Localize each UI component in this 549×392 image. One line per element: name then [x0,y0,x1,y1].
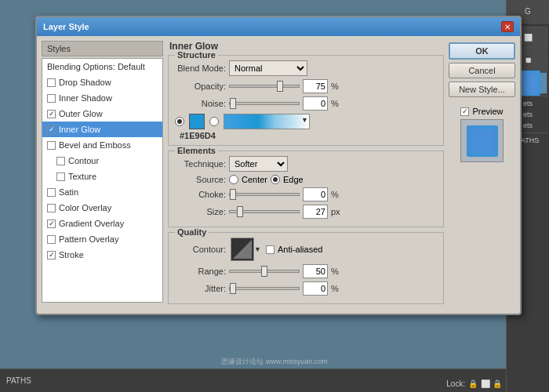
style-item-color-overlay[interactable]: Color Overlay [42,200,162,216]
range-input[interactable] [303,264,328,278]
style-item-bevel-emboss[interactable]: Bevel and Emboss [42,137,162,153]
dialog-title: Layer Style [43,22,89,31]
style-item-outer-glow[interactable]: Outer Glow [42,106,162,122]
new-style-button[interactable]: New Style... [449,82,515,97]
lock-label: Lock: [446,379,465,388]
inner-glow-checkbox[interactable] [47,125,56,134]
color-radio[interactable] [175,117,184,126]
gradient-bar[interactable]: ▼ [224,114,310,129]
drop-shadow-checkbox[interactable] [47,78,56,87]
gradient-overlay-label: Gradient Overlay [59,219,124,228]
lock-row: Lock: 🔒 ⬜ 🔒 [446,379,502,388]
ok-button[interactable]: OK [449,42,515,60]
gradient-radio[interactable] [209,117,219,126]
texture-label: Texture [68,172,96,181]
preview-checkbox[interactable] [460,107,469,116]
technique-row: Technique: Softer Precise [175,156,437,172]
pattern-overlay-checkbox[interactable] [47,235,56,244]
choke-slider[interactable] [229,193,300,196]
outer-glow-checkbox[interactable] [47,110,56,118]
styles-panel: Styles Blending Options: Default Drop Sh… [42,41,163,309]
color-row: ▼ [175,114,437,129]
contour-box[interactable] [231,238,254,261]
style-item-gradient-overlay[interactable]: Gradient Overlay [42,216,162,231]
preview-area: Preview [449,107,515,162]
satin-label: Satin [59,187,78,197]
choke-input[interactable] [303,187,328,201]
elements-label: Elements [175,146,218,155]
layer-style-dialog: Layer Style ✕ Styles Blending Options: D… [35,16,522,315]
anti-alias-checkbox[interactable] [266,245,274,254]
style-item-satin[interactable]: Satin [42,184,162,200]
anti-alias-row: Anti-aliased [266,245,322,254]
range-unit: % [331,267,342,276]
preview-label: Preview [472,107,503,116]
opacity-unit: % [331,82,342,91]
lock-icon: 🔒 [468,379,478,388]
style-item-pattern-overlay[interactable]: Pattern Overlay [42,231,162,247]
gradient-arrow[interactable]: ▼ [301,116,308,124]
style-item-drop-shadow[interactable]: Drop Shadow [42,74,162,90]
opacity-label: Opacity: [175,82,226,91]
bevel-emboss-checkbox[interactable] [47,141,56,150]
gradient-overlay-checkbox[interactable] [47,220,56,228]
stroke-label: Stroke [59,250,84,260]
close-button[interactable]: ✕ [501,21,514,32]
noise-unit: % [331,99,342,108]
right-buttons-panel: OK Cancel New Style... Preview [449,41,515,309]
contour-dropdown-arrow[interactable]: ▼ [254,245,261,253]
range-slider-container [229,270,300,273]
jitter-slider[interactable] [229,287,300,290]
contour-control: ▼ [231,238,261,261]
opacity-row: Opacity: % [175,79,437,93]
bevel-emboss-label: Bevel and Emboss [59,140,131,150]
source-edge-label: Edge [283,175,304,184]
noise-slider-container [229,102,300,105]
dialog-body: Styles Blending Options: Default Drop Sh… [37,36,520,314]
color-swatch[interactable] [189,114,205,129]
inner-shadow-checkbox[interactable] [47,94,56,103]
pattern-overlay-label: Pattern Overlay [59,234,118,244]
range-slider[interactable] [229,270,300,273]
style-item-texture[interactable]: Texture [42,169,162,184]
stroke-checkbox[interactable] [47,251,56,260]
source-center-radio[interactable] [229,175,238,184]
size-label: Size: [175,207,226,216]
contour-checkbox[interactable] [56,157,65,165]
size-input[interactable] [303,205,328,219]
jitter-slider-container [229,287,300,290]
opacity-slider[interactable] [229,85,300,88]
source-center-label: Center [242,175,267,184]
noise-input[interactable] [303,96,328,111]
size-row: Size: px [175,205,437,219]
elements-section: Elements Technique: Softer Precise Sourc… [168,151,444,227]
style-item-inner-shadow[interactable]: Inner Shadow [42,90,162,106]
source-edge-radio[interactable] [271,175,280,184]
style-item-contour[interactable]: Contour [42,153,162,169]
lock-icons-2: ⬜ 🔒 [481,379,502,388]
texture-checkbox[interactable] [56,172,65,181]
size-slider[interactable] [229,210,300,213]
technique-select[interactable]: Softer Precise [229,156,288,172]
jitter-input[interactable] [303,281,328,296]
style-item-blending-options[interactable]: Blending Options: Default [42,59,162,74]
middle-panel: Inner Glow Structure Blend Mode: Normal … [168,41,444,309]
satin-checkbox[interactable] [47,188,56,197]
opacity-input[interactable] [303,79,328,93]
quality-label: Quality [175,227,209,237]
source-row: Source: Center Edge [175,175,437,184]
style-item-inner-glow[interactable]: Inner Glow [42,122,162,137]
outer-glow-label: Outer Glow [59,109,103,118]
color-overlay-checkbox[interactable] [47,204,56,212]
noise-row: Noise: % [175,96,437,111]
noise-slider[interactable] [229,102,300,105]
anti-alias-label: Anti-aliased [278,245,322,254]
range-row: Range: % [175,264,437,278]
range-label: Range: [175,267,226,276]
cancel-button[interactable]: Cancel [449,63,515,78]
style-item-stroke[interactable]: Stroke [42,247,162,263]
styles-list-scroll[interactable]: Blending Options: Default Drop Shadow In… [42,59,162,302]
bottom-bar: PATHS [0,368,506,392]
choke-label: Choke: [175,190,226,199]
blend-mode-select[interactable]: Normal Dissolve Multiply Screen [229,60,307,76]
